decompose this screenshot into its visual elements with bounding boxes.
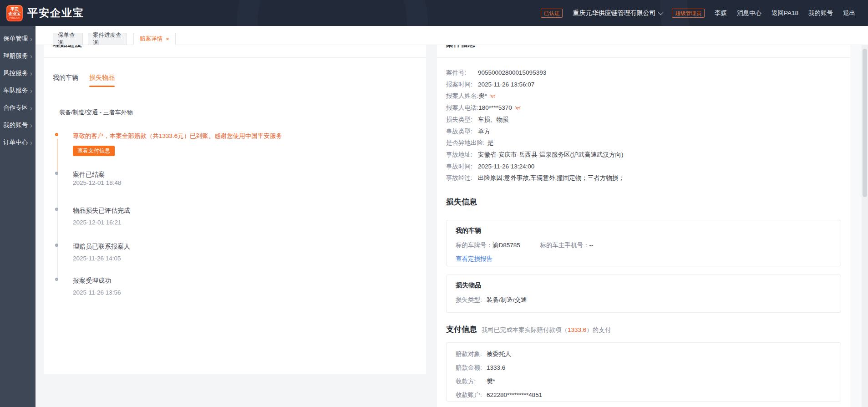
field-loss-type: 损失类型:车损、物损: [446, 114, 841, 126]
sidebar-item-account[interactable]: 我的账号›: [0, 117, 36, 134]
sidebar-item-partner[interactable]: 合作专区›: [0, 99, 36, 117]
sidebar-item-fleet[interactable]: 车队服务›: [0, 82, 36, 99]
goods-card: 损失物品 损失类型:装备/制造/交通: [446, 275, 841, 313]
sidebar-item-policy[interactable]: 保单管理›: [0, 30, 36, 47]
nav-my-account[interactable]: 我的账号: [808, 9, 833, 17]
main-content: 理赔进度 我的车辆 损失物品 装备/制造/交通 - 三者车外物 尊敬的客户，本案…: [36, 45, 868, 407]
goods-card-row: 损失类型:装备/制造/交通: [456, 296, 832, 304]
loss-tabs: 我的车辆 损失物品: [53, 74, 115, 82]
chevron-right-icon: ›: [30, 86, 32, 95]
scrollbar-thumb[interactable]: [863, 49, 867, 197]
timeline-step-time: 2025-12-01 18:48: [73, 179, 122, 186]
view-damage-report-link[interactable]: 查看定损报告: [456, 255, 492, 262]
timeline-dot: [55, 278, 58, 281]
sidebar-item-claims[interactable]: 理赔服务›: [0, 47, 36, 65]
timeline-step-time: 2025-11-26 14:05: [73, 255, 121, 262]
goods-category: 装备/制造/交通 - 三者车外物: [59, 108, 133, 117]
plate-number: 渝D85785: [492, 242, 520, 249]
field-out-of-area: 是否异地出险:是: [446, 137, 841, 149]
nav-logout[interactable]: 退出: [843, 9, 855, 17]
timeline-step-title: 案件已结案: [73, 171, 105, 179]
tab-bar: 保单查询 案件进度查询 赔案详情×: [36, 26, 868, 45]
header-nav: 已认证 重庆元华供应链管理有限公司 超级管理员 李媛 消息中心 返回PA18 我…: [541, 9, 855, 18]
payment-row-account: 收款账户:622280*********4851: [456, 391, 832, 399]
chevron-right-icon: ›: [30, 35, 32, 43]
reveal-masked-eye-icon[interactable]: [514, 105, 521, 110]
sidebar-item-orders[interactable]: 订单中心›: [0, 134, 36, 151]
field-accident-type: 事故类型:单方: [446, 126, 841, 137]
scroll-gutter: [850, 45, 862, 407]
chevron-right-icon: ›: [30, 69, 32, 77]
chevron-right-icon: ›: [30, 121, 32, 129]
app-title: 平安企业宝: [27, 6, 84, 20]
payment-row-target: 赔款对象:被委托人: [456, 350, 832, 358]
timeline-step-title: 理赔员已联系报案人: [73, 243, 130, 251]
top-header: 平安 企业宝 PINGAN 平安企业宝 已认证 重庆元华供应链管理有限公司 超级…: [0, 0, 868, 26]
verified-badge: 已认证: [541, 9, 563, 18]
case-fields: 案件号:90550002800015095393 报案时间:2025-11-26…: [446, 67, 841, 184]
field-report-time: 报案时间:2025-11-26 13:56:07: [446, 79, 841, 91]
claim-progress-panel: 理赔进度 我的车辆 损失物品 装备/制造/交通 - 三者车外物 尊敬的客户，本案…: [44, 45, 426, 374]
field-accident-description: 事故经过:出险原因:意外事故,车辆意外,撞固定物；三者方物损；: [446, 172, 841, 184]
vehicle-card: 我的车辆 标的车牌号：渝D85785 标的车主手机号：-- 查看定损报告: [446, 220, 841, 266]
vehicle-card-title: 我的车辆: [456, 227, 832, 235]
timeline-step-time: 2025-12-01 16:21: [73, 219, 122, 226]
reveal-masked-eye-icon[interactable]: [489, 93, 496, 98]
company-name: 重庆元华供应链管理有限公司: [573, 9, 655, 17]
panel-header-clipped: 案件信息: [437, 45, 850, 58]
field-case-number: 案件号:90550002800015095393: [446, 67, 841, 79]
payment-row-payee: 收款方:樊*: [456, 377, 832, 386]
clipped-section-title: 案件信息: [446, 45, 475, 49]
timeline-step-title: 报案受理成功: [73, 277, 111, 285]
nav-message-center[interactable]: 消息中心: [737, 9, 761, 17]
timeline-dot-current: [55, 133, 58, 136]
user-name[interactable]: 李媛: [715, 9, 727, 17]
vertical-scrollbar[interactable]: [862, 45, 868, 407]
goods-type: 装备/制造/交通: [487, 296, 527, 303]
sidebar: 保单管理› 理赔服务› 风控服务› 车队服务› 合作专区› 我的账号› 订单中心…: [0, 26, 36, 407]
timeline-line-highlight: [57, 139, 58, 172]
tab-case-progress-query[interactable]: 案件进度查询: [88, 33, 127, 45]
panel-header-clipped: 理赔进度: [44, 45, 426, 58]
sidebar-item-risk[interactable]: 风控服务›: [0, 65, 36, 82]
payment-subtitle: 我司已完成本案实际赔付款项（1333.6）的支付: [482, 326, 611, 333]
tab-lost-goods[interactable]: 损失物品: [89, 74, 115, 82]
close-tab-icon[interactable]: ×: [166, 36, 169, 42]
vehicle-card-row: 标的车牌号：渝D85785 标的车主手机号：--: [456, 241, 832, 249]
chevron-down-icon: [658, 10, 663, 15]
pingan-app-icon: 平安 企业宝 PINGAN: [6, 5, 23, 21]
active-tab-underline: [89, 86, 115, 87]
header-decoration: [237, 0, 428, 26]
tab-my-vehicle[interactable]: 我的车辆: [53, 74, 78, 82]
view-payment-info-button[interactable]: 查看支付信息: [73, 146, 115, 156]
timeline-dot: [55, 244, 58, 247]
goods-card-title: 损失物品: [456, 281, 832, 290]
clipped-section-title: 理赔进度: [53, 45, 82, 49]
logo: 平安 企业宝 PINGAN 平安企业宝: [6, 5, 84, 21]
timeline-current-message: 尊敬的客户，本案全部赔款（共1333.6元）已到账。感谢您使用中国平安服务: [73, 132, 282, 140]
chevron-right-icon: ›: [30, 104, 32, 112]
field-accident-time: 事故时间:2025-11-26 13:24:00: [446, 161, 841, 173]
tab-claim-detail[interactable]: 赔案详情×: [133, 33, 176, 45]
owner-phone: --: [589, 242, 594, 249]
timeline-dot: [55, 208, 58, 211]
company-dropdown[interactable]: 重庆元华供应链管理有限公司: [573, 9, 662, 17]
role-badge: 超级管理员: [672, 9, 705, 18]
tab-policy-query[interactable]: 保单查询: [53, 33, 83, 45]
loss-info-title: 损失信息: [446, 197, 477, 207]
payment-info-title: 支付信息我司已完成本案实际赔付款项（1333.6）的支付: [446, 324, 611, 335]
timeline-dot: [55, 172, 58, 175]
timeline-step-title: 物品损失已评估完成: [73, 207, 130, 215]
field-reporter-name: 报案人姓名:樊*: [446, 90, 841, 102]
chevron-right-icon: ›: [30, 52, 32, 60]
paid-amount: 1333.6: [568, 326, 586, 333]
case-info-panel: 案件信息 案件号:90550002800015095393 报案时间:2025-…: [437, 45, 850, 407]
nav-back-pa18[interactable]: 返回PA18: [772, 9, 798, 17]
field-reporter-phone: 报案人电话:180****5370: [446, 102, 841, 114]
payment-row-amount: 赔款金额:1333.6: [456, 364, 832, 372]
payment-card: 赔款对象:被委托人 赔款金额:1333.6 收款方:樊* 收款账户:622280…: [446, 342, 841, 402]
timeline-step-time: 2025-11-26 13:56: [73, 289, 121, 296]
chevron-right-icon: ›: [30, 138, 32, 147]
field-accident-address: 事故地址:安徽省-安庆市-岳西县-温泉服务区(沪武高速武汉方向): [446, 149, 841, 161]
